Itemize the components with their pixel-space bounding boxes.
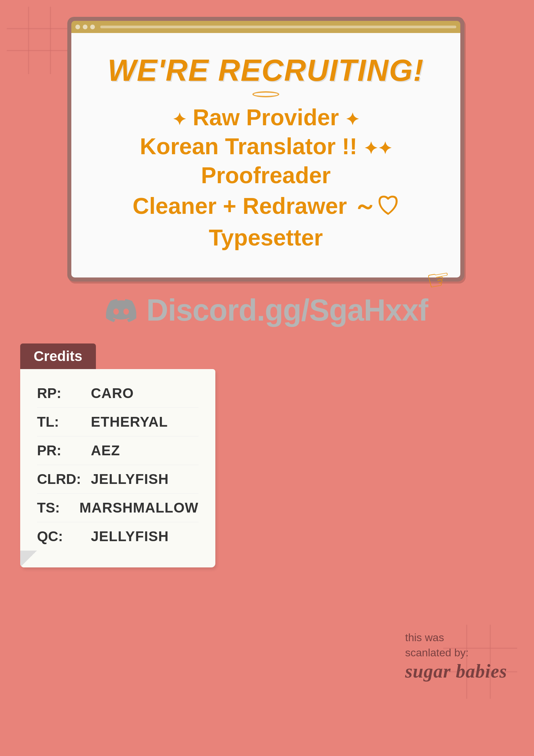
titlebar-line [100, 26, 456, 28]
credits-name-value: JELLYFISH [91, 528, 169, 545]
monitor-titlebar [71, 21, 460, 33]
scanlation-line2: scanlated by: [405, 645, 507, 660]
credits-name-value: JELLYFISH [91, 471, 169, 487]
recruit-item-2: Proofreader [201, 162, 330, 188]
credits-role-label: QC: [37, 528, 91, 545]
recruit-item-4: Typesetter [209, 224, 323, 251]
recruit-title: WE'RE RECRUITING! [85, 53, 447, 88]
scanlation-name: sugar babies [405, 660, 507, 682]
credits-container: Credits RP:CAROTL:ETHERYALPR:AEZCLRD:JEL… [20, 343, 215, 567]
credits-name-value: AEZ [91, 442, 120, 459]
credits-row: QC:JELLYFISH [37, 522, 199, 551]
credits-row: TL:ETHERYAL [37, 408, 199, 436]
credits-name-value: CARO [91, 385, 134, 401]
recruit-item-3: Cleaner + Redrawer ～♡ [133, 191, 399, 222]
recruit-item-0: ✦ Raw Provider ✦ [172, 104, 359, 130]
credits-row: TS:MARSHMALLOW [37, 494, 199, 522]
grid-decoration-topleft [7, 7, 74, 74]
discord-link[interactable]: Discord.gg/SgaHxxf [146, 293, 428, 328]
recruit-items-list: ✦ Raw Provider ✦ Korean Translator !! ✦✦… [85, 104, 447, 251]
credits-name-value: MARSHMALLOW [79, 500, 199, 516]
titlebar-dot-1 [75, 25, 80, 29]
discord-section: Discord.gg/SgaHxxf [0, 293, 534, 328]
credits-role-label: CLRD: [37, 471, 91, 487]
scanlation-line1: this was [405, 630, 507, 645]
scanlation-credit: this was scanlated by: sugar babies [405, 630, 507, 682]
monitor-screen: WE'RE RECRUITING! ✦ Raw Provider ✦ Korea… [71, 33, 460, 277]
credits-row: RP:CARO [37, 379, 199, 408]
recruit-item-1: Korean Translator !! ✦✦ [140, 133, 392, 159]
credits-card: RP:CAROTL:ETHERYALPR:AEZCLRD:JELLYFISHTS… [20, 369, 215, 567]
credits-role-label: TL: [37, 414, 91, 430]
discord-icon [106, 299, 136, 322]
titlebar-dot-3 [90, 25, 95, 29]
credits-role-label: PR: [37, 442, 91, 459]
credits-role-label: TS: [37, 500, 79, 516]
credits-row: CLRD:JELLYFISH [37, 465, 199, 494]
credits-tab: Credits [20, 343, 96, 369]
credits-name-value: ETHERYAL [91, 414, 168, 430]
credits-role-label: RP: [37, 385, 91, 401]
monitor-illustration: WE'RE RECRUITING! ✦ Raw Provider ✦ Korea… [67, 17, 464, 282]
titlebar-dot-2 [83, 25, 87, 29]
credits-row: PR:AEZ [37, 436, 199, 465]
